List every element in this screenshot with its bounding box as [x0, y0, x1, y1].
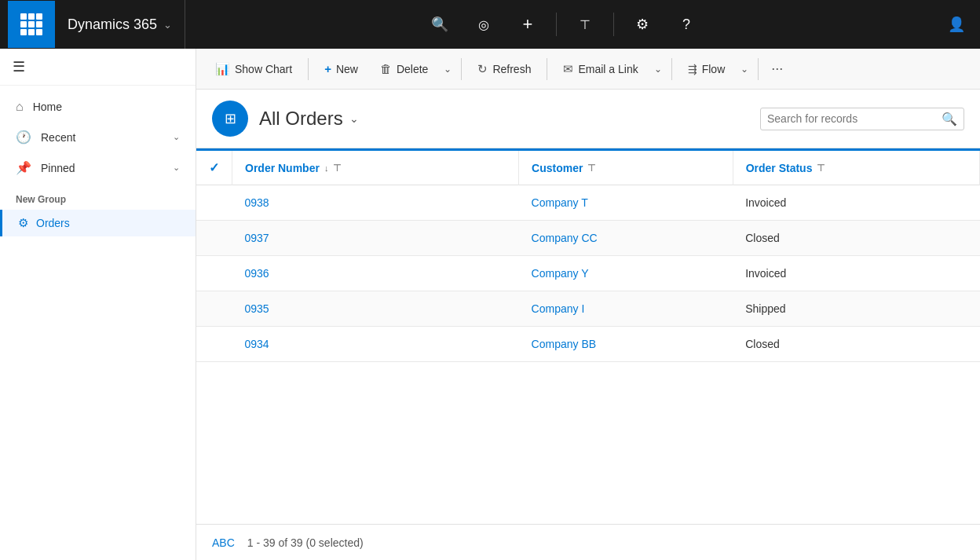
customer-cell[interactable]: Company I	[519, 291, 733, 327]
order-status-column[interactable]: Order Status ⊤	[733, 150, 979, 185]
row-select[interactable]	[196, 327, 232, 362]
search-input[interactable]	[767, 112, 942, 125]
customer-header: Customer	[532, 162, 583, 174]
flow-icon: ⇶	[688, 63, 697, 75]
home-icon: ⌂	[16, 100, 24, 114]
order-number-header: Order Number	[245, 162, 320, 174]
new-label: New	[336, 63, 358, 75]
customer-column[interactable]: Customer ⊤	[519, 150, 733, 185]
recent-icon: 🕐	[16, 130, 31, 145]
toolbar: 📊 Show Chart + New 🗑 Delete ⌄ ↻ Refresh …	[196, 49, 980, 90]
new-icon: +	[324, 62, 331, 75]
checkmark-icon: ✓	[209, 161, 219, 174]
nav-divider-2	[613, 13, 614, 36]
page-header: ⊞ All Orders ⌄ 🔍	[196, 90, 980, 148]
sidebar-navigation: ⌂ Home 🕐 Recent ⌄ 📌 Pinned ⌄ New Group ⚙…	[0, 86, 196, 560]
toolbar-divider-2	[461, 58, 462, 80]
sidebar-pinned-label: Pinned	[41, 162, 75, 174]
search-box[interactable]: 🔍	[760, 108, 964, 130]
customer-cell[interactable]: Company BB	[519, 327, 733, 362]
customer-cell[interactable]: Company T	[519, 185, 733, 221]
main-layout: ☰ ⌂ Home 🕐 Recent ⌄ 📌 Pinned ⌄ New Group…	[0, 49, 980, 560]
hamburger-button[interactable]: ☰	[13, 58, 25, 75]
add-button[interactable]: +	[512, 9, 543, 40]
refresh-button[interactable]: ↻ Refresh	[468, 57, 540, 81]
app-grid-button[interactable]	[8, 1, 55, 48]
page-icon: ⊞	[212, 101, 248, 137]
settings-button[interactable]: ⚙	[627, 9, 658, 40]
order-number-column[interactable]: Order Number ↓ ⊤	[232, 150, 519, 185]
content-area: 📊 Show Chart + New 🗑 Delete ⌄ ↻ Refresh …	[196, 49, 980, 560]
customer-cell[interactable]: Company CC	[519, 221, 733, 256]
flow-label: Flow	[702, 63, 726, 75]
flow-dropdown[interactable]: ⌄	[737, 59, 751, 79]
email-dropdown[interactable]: ⌄	[651, 59, 665, 79]
pinned-icon: 📌	[16, 160, 31, 175]
refresh-icon: ↻	[477, 62, 488, 76]
order-number-cell[interactable]: 0936	[232, 256, 519, 291]
status-cell: Invoiced	[733, 185, 979, 221]
table-header: ✓ Order Number ↓ ⊤ Customer	[196, 150, 980, 185]
sort-icon[interactable]: ↓	[324, 163, 329, 173]
sidebar-item-pinned[interactable]: 📌 Pinned ⌄	[0, 152, 196, 183]
grid-icon	[20, 13, 42, 35]
status-cell: Invoiced	[733, 256, 979, 291]
sidebar-item-home[interactable]: ⌂ Home	[0, 92, 196, 122]
customer-filter-icon[interactable]: ⊤	[587, 163, 595, 174]
email-icon: ✉	[563, 62, 573, 76]
order-number-cell[interactable]: 0938	[232, 185, 519, 221]
toolbar-divider-3	[547, 58, 547, 80]
delete-button[interactable]: 🗑 Delete	[371, 57, 437, 80]
status-cell: Shipped	[733, 291, 979, 327]
app-brand[interactable]: Dynamics 365 ⌄	[55, 0, 185, 49]
order-filter-icon[interactable]: ⊤	[333, 163, 341, 174]
sidebar-group-label: New Group	[0, 183, 196, 210]
toolbar-divider-1	[308, 58, 309, 80]
table-header-row: ✓ Order Number ↓ ⊤ Customer	[196, 150, 980, 185]
search-icon[interactable]: 🔍	[942, 112, 957, 126]
page-title-text: All Orders	[259, 108, 343, 130]
orders-icon: ⚙	[18, 216, 28, 230]
order-number-cell[interactable]: 0935	[232, 291, 519, 327]
status-filter-icon[interactable]: ⊤	[817, 163, 825, 174]
show-chart-button[interactable]: 📊 Show Chart	[206, 57, 302, 81]
help-button[interactable]: ?	[671, 9, 702, 40]
row-select[interactable]	[196, 256, 232, 291]
top-navigation: Dynamics 365 ⌄ 🔍 ◎ + ⊤ ⚙ ? 👤	[0, 0, 980, 49]
sidebar-item-recent[interactable]: 🕐 Recent ⌄	[0, 122, 196, 152]
search-button[interactable]: 🔍	[424, 9, 455, 40]
app-title: Dynamics 365	[68, 16, 157, 33]
order-status-header: Order Status	[746, 162, 813, 174]
page-title-chevron[interactable]: ⌄	[349, 112, 359, 125]
table-row: 0938 Company T Invoiced	[196, 185, 980, 221]
abc-filter[interactable]: ABC	[212, 536, 235, 549]
sidebar-home-label: Home	[33, 101, 62, 113]
delete-icon: 🗑	[380, 62, 392, 75]
sidebar-item-orders[interactable]: ⚙ Orders	[0, 210, 196, 236]
status-cell: Closed	[733, 327, 979, 362]
new-button[interactable]: + New	[315, 57, 368, 80]
activity-button[interactable]: ◎	[468, 9, 499, 40]
customer-cell[interactable]: Company Y	[519, 256, 733, 291]
select-all-column[interactable]: ✓	[196, 150, 232, 185]
orders-table-container[interactable]: ✓ Order Number ↓ ⊤ Customer	[196, 148, 980, 524]
email-link-button[interactable]: ✉ Email a Link	[554, 57, 647, 81]
filter-button[interactable]: ⊤	[569, 9, 601, 40]
user-button[interactable]: 👤	[941, 9, 972, 40]
recent-chevron: ⌄	[173, 132, 180, 142]
top-nav-center: 🔍 ◎ + ⊤ ⚙ ?	[185, 9, 941, 40]
sidebar-top: ☰	[0, 49, 196, 86]
order-number-cell[interactable]: 0934	[232, 327, 519, 362]
paging-info: 1 - 39 of 39 (0 selected)	[247, 536, 364, 549]
table-row: 0934 Company BB Closed	[196, 327, 980, 362]
delete-dropdown[interactable]: ⌄	[441, 59, 455, 79]
row-select[interactable]	[196, 221, 232, 256]
row-select[interactable]	[196, 291, 232, 327]
sidebar: ☰ ⌂ Home 🕐 Recent ⌄ 📌 Pinned ⌄ New Group…	[0, 49, 196, 560]
flow-button[interactable]: ⇶ Flow	[678, 58, 735, 80]
status-cell: Closed	[733, 221, 979, 256]
delete-label: Delete	[397, 63, 428, 75]
row-select[interactable]	[196, 185, 232, 221]
order-number-cell[interactable]: 0937	[232, 221, 519, 256]
more-button[interactable]: ···	[765, 56, 789, 82]
